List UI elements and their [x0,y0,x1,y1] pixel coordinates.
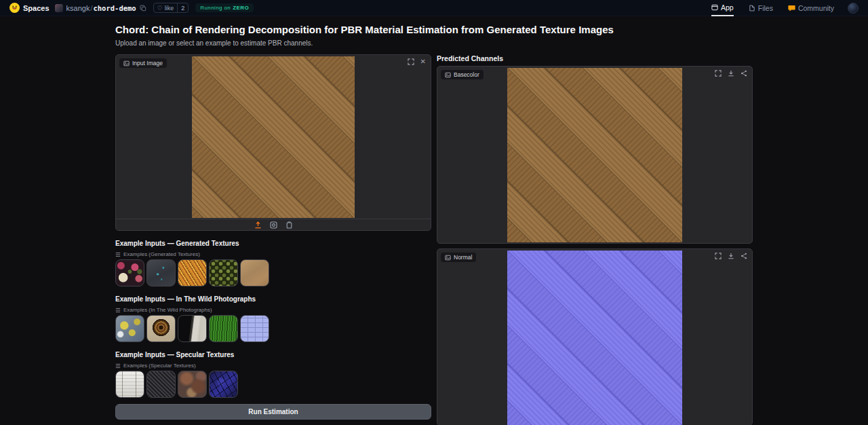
fullscreen-icon[interactable] [715,70,722,77]
basecolor-label: Basecolor [454,71,479,78]
run-estimation-button[interactable]: Run Estimation [115,404,431,420]
tab-files[interactable]: Files [749,0,773,16]
fullscreen-icon[interactable] [715,253,722,259]
huggingface-logo-icon[interactable] [9,3,20,13]
basecolor-panel: Basecolor [437,66,753,244]
files-icon [749,5,755,12]
normal-panel: Normal [437,248,753,425]
upload-icon[interactable] [254,221,262,229]
generated-examples-row [115,259,431,287]
example-thumb-green-grass[interactable] [209,315,238,342]
space-avatar [55,4,63,12]
heart-icon: ♡ [157,5,163,12]
image-icon [123,60,130,67]
basecolor-image [507,68,682,242]
example-thumb-pink-floral-fabric[interactable] [115,259,144,287]
breadcrumb-separator: / [90,4,92,12]
example-thumb-brushed-metal-notes[interactable] [115,371,144,398]
generated-textures-examples-label: Examples (Generated Textures) [115,251,431,257]
example-thumb-blue-cracked-paint[interactable] [209,371,238,398]
example-thumb-carbon-fiber-weave[interactable] [146,371,176,398]
download-icon[interactable] [728,253,734,259]
like-label: like [165,5,174,12]
share-icon[interactable] [741,70,747,77]
like-button[interactable]: ♡like 2 [153,3,189,13]
status-prefix: Running on [200,5,231,11]
page-subtitle: Upload an image or select an example to … [115,39,753,47]
fullscreen-icon[interactable] [408,58,414,65]
example-thumb-lavender-brick-wall[interactable] [240,315,269,342]
tab-community[interactable]: Community [788,0,834,16]
status-hardware: ZERO [233,5,249,11]
webcam-icon[interactable] [270,221,277,229]
close-icon[interactable]: ✕ [420,58,426,65]
clipboard-icon[interactable] [285,221,293,229]
app-icon [711,4,718,11]
wild-examples-row [115,315,431,342]
topbar: Spaces ksangk / chord-demo ♡like 2 Runni… [0,0,868,16]
example-thumb-rusted-metal[interactable] [178,371,207,398]
owner-link[interactable]: ksangk [66,4,90,12]
community-icon [788,5,795,12]
wild-photographs-examples-label: Examples (In The Wild Photographs) [115,307,431,313]
input-image [192,56,355,218]
input-image-panel: Input Image ✕ [115,54,431,231]
input-image-label-chip: Input Image [119,58,167,68]
tab-app[interactable]: App [711,0,734,16]
copy-icon[interactable] [140,5,146,12]
share-icon[interactable] [741,253,747,259]
example-thumb-rope-coil-on-wood[interactable] [146,315,176,342]
specular-examples-row [115,371,431,398]
normal-label: Normal [454,254,472,261]
tab-files-label: Files [758,4,773,12]
tab-app-label: App [721,3,734,12]
basecolor-label-chip: Basecolor [441,70,484,79]
list-icon [115,363,121,369]
page-title: Chord: Chain of Rendering Decomposition … [115,23,753,36]
spaces-link[interactable]: Spaces [23,4,50,12]
app-content: Chord: Chain of Rendering Decomposition … [115,23,753,425]
example-thumb-rock-snow-edge[interactable] [178,315,207,342]
predicted-channels-heading: Predicted Channels [437,54,753,62]
repo-link[interactable]: chord-demo [93,4,136,12]
specular-textures-examples-label: Examples (Specular Textures) [115,363,431,369]
like-segment[interactable]: ♡like [154,3,178,12]
example-thumb-orange-straw[interactable] [178,259,207,287]
list-icon [115,308,121,313]
example-thumb-yellow-lichen-rock[interactable] [115,315,144,342]
example-thumb-dark-slate-teal-cracks[interactable] [146,259,176,287]
image-icon [445,255,451,261]
normal-image-display [437,249,752,425]
user-avatar[interactable] [848,3,859,14]
normal-image [507,251,682,425]
tab-community-label: Community [798,4,834,12]
input-image-display[interactable] [116,55,431,219]
basecolor-image-display [437,67,752,243]
normal-label-chip: Normal [441,253,476,262]
wild-photographs-heading: Example Inputs — In The Wild Photographs [115,295,431,303]
example-thumb-green-moss-pebbles[interactable] [209,259,238,287]
specular-textures-heading: Example Inputs — Specular Textures [115,351,431,358]
list-icon [115,252,121,257]
image-icon [445,72,451,78]
download-icon[interactable] [728,70,734,77]
input-image-label: Input Image [132,60,163,67]
image-source-toolbar [116,219,431,231]
generated-textures-heading: Example Inputs — Generated Textures [115,240,431,247]
like-count[interactable]: 2 [177,3,188,12]
example-thumb-tan-leather[interactable] [240,259,269,287]
status-badge[interactable]: Running on ZERO [195,3,254,12]
